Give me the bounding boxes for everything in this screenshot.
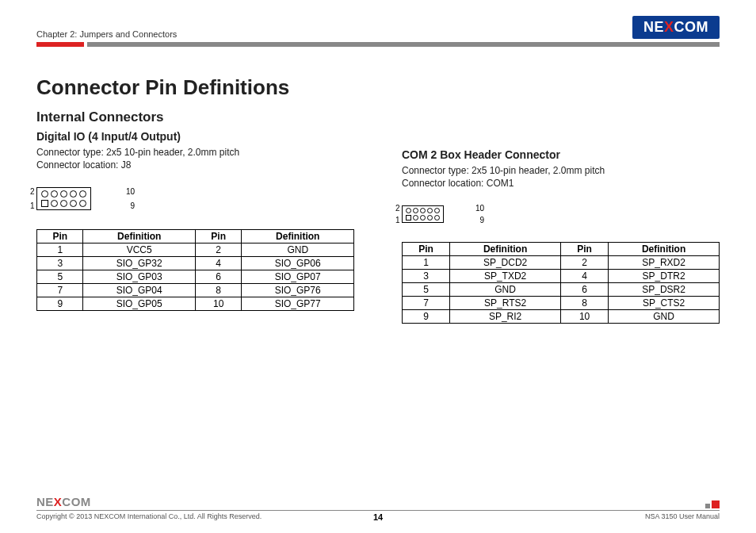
content-columns: Digital IO (4 Input/4 Output) Connector … <box>36 130 720 324</box>
pin-row-bottom <box>41 200 86 207</box>
pin-icon <box>70 200 77 207</box>
left-conn-location: Connector location: J8 <box>36 159 354 171</box>
square-icon <box>705 504 710 508</box>
right-meta: Connector type: 2x5 10-pin header, 2.0mm… <box>402 164 720 190</box>
th-def: Definition <box>450 243 561 256</box>
pin-row-top <box>406 208 440 213</box>
connector-body <box>36 187 91 210</box>
page-number: 14 <box>373 512 383 522</box>
page-title: Connector Pin Definitions <box>36 75 720 100</box>
pin-icon <box>434 208 440 213</box>
pin-icon <box>420 208 426 213</box>
th-def: Definition <box>609 243 720 256</box>
pin-icon <box>60 200 67 207</box>
logo-x: X <box>664 19 674 35</box>
th-pin: Pin <box>561 243 609 256</box>
pin-icon <box>406 208 411 213</box>
th-def: Definition <box>83 230 196 243</box>
table-row: 7SP_RTS28SP_CTS2 <box>403 297 720 310</box>
table-row: 7SIO_GP048SIO_GP76 <box>37 284 354 297</box>
footer-logo-post: COM <box>62 495 91 508</box>
footer-bar: NEXCOM <box>36 495 720 511</box>
table-row: 5GND6SP_DSR2 <box>403 283 720 297</box>
pin-icon <box>60 190 67 197</box>
square-icon <box>712 500 720 508</box>
table-row: 3SIO_GP324SIO_GP06 <box>37 257 354 270</box>
pin-icon <box>413 208 418 213</box>
footer-logo-pre: NE <box>36 495 54 508</box>
header-rule <box>36 42 720 47</box>
connector-body <box>402 205 444 223</box>
manual-name: NSA 3150 User Manual <box>645 512 720 520</box>
pin1-icon <box>41 200 48 207</box>
left-meta: Connector type: 2x5 10-pin header, 2.0mm… <box>36 146 354 171</box>
right-conn-location: Connector location: COM1 <box>402 177 720 190</box>
pin1-icon <box>406 215 411 220</box>
pin-label-br: 9 <box>479 216 484 224</box>
pin-icon <box>79 200 86 207</box>
pin-icon <box>427 215 433 220</box>
left-heading: Digital IO (4 Input/4 Output) <box>36 130 354 143</box>
page-header: Chapter 2: Jumpers and Connectors NEXCOM <box>36 16 720 39</box>
chapter-label: Chapter 2: Jumpers and Connectors <box>36 29 177 39</box>
table-row: 1VCC52GND <box>37 243 354 257</box>
pin-label-tr: 10 <box>126 187 135 196</box>
pin-icon <box>413 215 418 220</box>
left-conn-type: Connector type: 2x5 10-pin header, 2.0mm… <box>36 146 354 159</box>
left-connector-diagram: 2 10 1 9 <box>36 187 124 210</box>
logo-post: COM <box>674 19 709 35</box>
pin-icon <box>51 190 58 197</box>
th-def: Definition <box>242 230 354 243</box>
pin-icon <box>434 215 440 220</box>
pin-icon <box>79 190 86 197</box>
pin-icon <box>420 215 426 220</box>
pin-label-tl: 2 <box>30 187 35 196</box>
th-pin: Pin <box>195 230 241 243</box>
section-subtitle: Internal Connectors <box>36 109 720 125</box>
pin-row-top <box>41 190 86 197</box>
left-column: Digital IO (4 Input/4 Output) Connector … <box>36 130 354 324</box>
th-pin: Pin <box>403 243 450 256</box>
copyright-text: Copyright © 2013 NEXCOM International Co… <box>36 512 262 520</box>
left-pin-table: Pin Definition Pin Definition 1VCC52GND … <box>36 229 354 311</box>
table-header-row: Pin Definition Pin Definition <box>403 243 720 256</box>
pin-label-br: 9 <box>130 201 135 210</box>
footer-logo: NEXCOM <box>36 495 91 508</box>
table-header-row: Pin Definition Pin Definition <box>37 230 354 243</box>
footer-logo-x: X <box>54 495 63 508</box>
left-tbody: 1VCC52GND 3SIO_GP324SIO_GP06 5SIO_GP036S… <box>37 243 354 311</box>
table-row: 5SIO_GP036SIO_GP07 <box>37 270 354 284</box>
pin-row-bottom <box>406 215 440 220</box>
footer-squares-icon <box>705 500 720 508</box>
logo-pre: NE <box>643 19 664 35</box>
right-pin-table: Pin Definition Pin Definition 1SP_DCD22S… <box>402 242 720 324</box>
right-tbody: 1SP_DCD22SP_RXD2 3SP_TXD24SP_DTR2 5GND6S… <box>403 256 720 324</box>
brand-logo: NEXCOM <box>632 16 720 39</box>
pin-icon <box>70 190 77 197</box>
pin-label-tr: 10 <box>475 204 484 213</box>
table-row: 9SP_RI210GND <box>403 310 720 324</box>
right-connector-diagram: 2 10 1 9 <box>402 205 473 223</box>
right-conn-type: Connector type: 2x5 10-pin header, 2.0mm… <box>402 164 720 177</box>
pin-icon <box>51 200 58 207</box>
pin-icon <box>41 190 48 197</box>
table-row: 3SP_TXD24SP_DTR2 <box>403 270 720 283</box>
header-rule-gray <box>87 42 720 47</box>
pin-label-bl: 1 <box>30 201 35 210</box>
table-row: 1SP_DCD22SP_RXD2 <box>403 256 720 270</box>
pin-icon <box>427 208 433 213</box>
header-rule-red <box>36 42 84 47</box>
th-pin: Pin <box>37 230 83 243</box>
right-heading: COM 2 Box Header Connector <box>402 148 720 161</box>
table-row: 9SIO_GP0510SIO_GP77 <box>37 297 354 311</box>
pin-label-bl: 1 <box>395 216 400 224</box>
pin-label-tl: 2 <box>395 204 400 213</box>
right-column: COM 2 Box Header Connector Connector typ… <box>402 130 720 324</box>
